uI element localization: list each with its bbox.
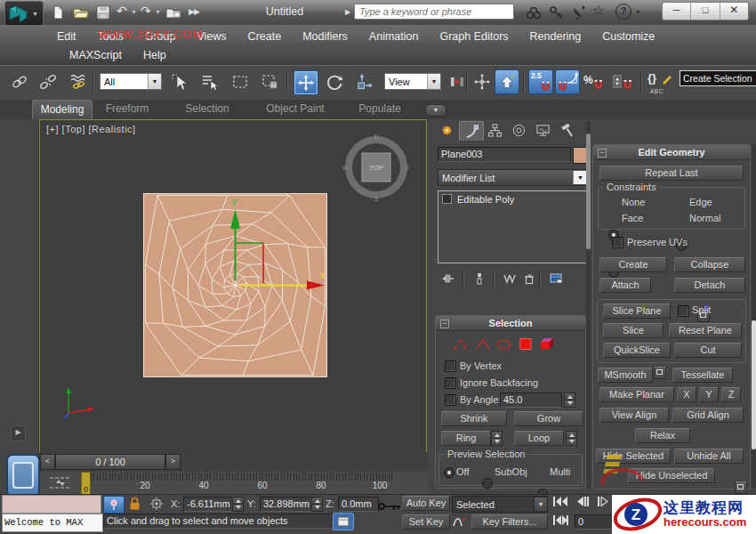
next-frame-button[interactable]: > [165, 454, 181, 470]
y-coordinate-spinner[interactable] [311, 497, 323, 512]
unhide-all-button[interactable]: Unhide All [674, 449, 744, 464]
maxscript-mini-listener-white[interactable]: Welcome to MAX [2, 514, 103, 532]
menu-customize[interactable]: Customize [591, 30, 665, 43]
ring-button[interactable]: Ring [441, 431, 491, 446]
app-logo-button[interactable]: ▼ [4, 1, 44, 26]
track-bar[interactable]: 20 40 60 80 100 0 [37, 472, 428, 494]
set-keys-button[interactable] [377, 500, 402, 513]
select-object-button[interactable] [167, 69, 192, 94]
project-folder-button[interactable] [165, 4, 182, 20]
angle-snap-toggle-button[interactable] [555, 69, 580, 94]
rectangular-selection-region-button[interactable] [228, 69, 253, 94]
communication-center-button[interactable] [548, 4, 564, 20]
key-mode-toggle[interactable] [553, 515, 568, 525]
save-file-button[interactable] [95, 4, 111, 20]
scene-explorer-toggle[interactable] [333, 513, 354, 530]
help-dropdown-arrow-icon[interactable]: ▼ [635, 9, 641, 15]
by-angle-checkbox[interactable] [445, 394, 456, 406]
select-by-name-button[interactable] [197, 69, 222, 94]
grid-align-button[interactable]: Grid Align [672, 408, 744, 423]
minimize-button[interactable]: ─ [663, 3, 691, 20]
ribbon-tab-object-paint[interactable]: Object Paint [258, 100, 333, 118]
search-input[interactable] [354, 4, 514, 20]
by-angle-field[interactable]: 45.0 [500, 392, 562, 408]
new-file-button[interactable] [50, 4, 66, 20]
subobject-vertex-button[interactable] [452, 337, 470, 352]
named-selection-sets-button[interactable]: {} ABC [646, 69, 674, 94]
edit-geometry-scrollbar-thumb[interactable] [752, 320, 756, 449]
favorites-star-button[interactable]: ☆ [592, 3, 604, 19]
modifier-list-dropdown[interactable]: Modifier List ▼ [438, 169, 588, 186]
ignore-backfacing-checkbox[interactable] [445, 377, 456, 389]
select-and-move-button[interactable] [294, 70, 318, 95]
open-file-button[interactable] [72, 4, 90, 20]
loop-button[interactable]: Loop [514, 431, 564, 446]
split-checkbox[interactable] [678, 305, 689, 317]
menu-modifiers[interactable]: Modifiers [292, 30, 358, 43]
viewport-top[interactable]: [+] [Top] [Realistic] TOP N W E S y [39, 119, 427, 453]
play-button[interactable] [598, 497, 608, 506]
loop-spinner[interactable] [566, 431, 577, 446]
x-coordinate-field[interactable]: -6.611mm [183, 497, 235, 512]
select-and-link-button[interactable] [7, 69, 32, 94]
attach-settings-button[interactable] [654, 367, 666, 379]
ribbon-tab-populate[interactable]: Populate [350, 100, 409, 118]
maximize-button[interactable]: □ [691, 3, 720, 20]
x-coordinate-spinner[interactable] [232, 497, 244, 512]
msmooth-button[interactable]: MSmooth [598, 368, 653, 383]
shrink-button[interactable]: Shrink [441, 411, 507, 426]
move-gizmo[interactable]: y x [144, 194, 326, 376]
pin-stack-button[interactable] [438, 271, 457, 286]
tab-motion[interactable] [507, 121, 530, 140]
relax-button[interactable]: Relax [635, 428, 690, 443]
maxscript-mini-listener-pink[interactable] [2, 495, 101, 514]
menu-help[interactable]: Help [133, 49, 177, 61]
reset-plane-button[interactable]: Reset Plane [669, 323, 742, 338]
left-panel-expand-button[interactable]: ▶ [11, 425, 26, 441]
menu-graph-editors[interactable]: Graph Editors [429, 30, 519, 43]
stack-item-editable-poly[interactable]: Editable Poly [438, 191, 586, 206]
percent-snap-toggle-button[interactable]: % [581, 69, 606, 94]
tessellate-button[interactable]: Tessellate [672, 368, 733, 383]
selection-filter-dropdown[interactable]: All ▼ [100, 73, 162, 90]
panel-scrollbar-thumb[interactable] [586, 134, 591, 249]
set-key-button[interactable]: Set Key [402, 514, 450, 530]
select-and-scale-button[interactable] [352, 69, 377, 94]
absolute-mode-toggle[interactable] [149, 497, 164, 511]
spinner-snap-toggle-button[interactable] [610, 69, 635, 94]
view-align-button[interactable]: View Align [599, 408, 669, 423]
redo-dropdown-arrow-icon[interactable]: ▼ [155, 9, 161, 15]
slice-button[interactable]: Slice [603, 323, 664, 338]
make-planar-x-button[interactable]: X [677, 387, 696, 402]
tab-utilities[interactable] [555, 121, 578, 140]
subobject-border-button[interactable] [495, 337, 513, 352]
isolate-selection-toggle[interactable] [103, 496, 125, 514]
unlink-selection-button[interactable] [36, 69, 60, 94]
undo-button[interactable]: ↶ [117, 4, 127, 18]
repeat-last-button[interactable]: Repeat Last [599, 166, 744, 181]
menu-views[interactable]: Views [186, 30, 237, 43]
close-button[interactable]: ✕ [720, 3, 748, 20]
slice-plane-button[interactable]: Slice Plane [603, 303, 671, 319]
subobject-edge-button[interactable] [474, 337, 492, 352]
undo-dropdown-arrow-icon[interactable]: ▼ [131, 9, 137, 15]
menu-rendering[interactable]: Rendering [519, 30, 592, 43]
hide-selected-button[interactable]: Hide Selected [596, 449, 671, 464]
menu-animation[interactable]: Animation [358, 30, 430, 43]
menu-group[interactable]: Group [134, 30, 187, 43]
window-crossing-button[interactable] [258, 69, 283, 94]
previous-frame-playback-button[interactable] [576, 497, 589, 506]
object-name-field[interactable]: Plane003 [438, 147, 571, 162]
ribbon-tab-selection[interactable]: Selection [178, 100, 237, 118]
current-frame-field[interactable]: 0 [575, 514, 617, 530]
attach-button[interactable]: Attach [599, 278, 651, 293]
bind-to-space-warp-button[interactable] [66, 69, 91, 94]
stack-item-icon[interactable] [442, 194, 452, 204]
cut-button[interactable]: Cut [674, 343, 742, 358]
key-filters-button[interactable]: Key Filters... [471, 514, 548, 530]
time-slider-track[interactable]: < 0 / 100 > [37, 452, 428, 473]
subobject-polygon-button[interactable] [517, 336, 535, 351]
by-vertex-checkbox[interactable] [445, 360, 456, 372]
open-mini-curve-editor-button[interactable] [48, 474, 73, 491]
tessellate-settings-button[interactable] [735, 481, 747, 494]
